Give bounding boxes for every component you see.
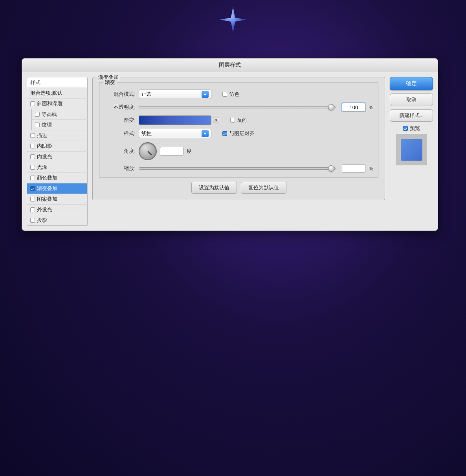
dialog-title-text: 图层样式 [219, 62, 241, 68]
set-default-button[interactable]: 设置为默认值 [191, 182, 237, 194]
angle-row: 角度: 135 度 [104, 142, 373, 160]
svg-marker-1 [220, 7, 246, 33]
preview-swatch [401, 139, 422, 161]
opacity-label: 不透明度: [104, 104, 136, 111]
sidebar-item-gradient-overlay[interactable]: 渐变叠加 [27, 183, 88, 194]
stroke-checkbox[interactable] [30, 133, 35, 138]
sidebar-header: 样式 [27, 77, 88, 88]
blend-mode-value: 正常 [141, 91, 152, 98]
sidebar: 样式 混合选项:默认 斜面和浮雕 等高线 纹理 [27, 77, 88, 226]
scale-unit: % [369, 166, 373, 172]
sidebar-item-outer-glow[interactable]: 外发光 [27, 205, 88, 215]
sparkle-icon [219, 6, 247, 33]
gradient-dropdown-arrow[interactable]: ▼ [213, 117, 219, 123]
scale-slider-track[interactable] [139, 167, 336, 170]
blend-mode-dropdown[interactable]: 正常 [139, 90, 211, 99]
opacity-slider-track[interactable] [139, 106, 336, 108]
sidebar-item-color-overlay[interactable]: 颜色叠加 [27, 173, 88, 183]
angle-label: 角度: [104, 148, 136, 155]
blend-mode-label: 混合模式: [104, 91, 136, 98]
dither-checkbox[interactable] [222, 92, 227, 97]
align-layer-row[interactable]: 与图层对齐 [222, 130, 255, 137]
bevel-checkbox[interactable] [30, 101, 35, 106]
style-row: 样式: 线性 与图层对齐 [104, 129, 373, 138]
opacity-slider-container [139, 106, 336, 108]
opacity-row: 不透明度: 100 % [104, 103, 373, 112]
satin-checkbox[interactable] [30, 165, 35, 170]
sidebar-item-inner-shadow[interactable]: 内阴影 [27, 141, 88, 152]
inner-shadow-checkbox[interactable] [30, 144, 35, 148]
preview-box [396, 134, 427, 165]
sidebar-item-drop-shadow[interactable]: 投影 [27, 215, 88, 226]
sidebar-item-stroke[interactable]: 描边 [27, 130, 88, 141]
scale-row: 缩放: 100 % [104, 164, 373, 173]
sidebar-item-contour[interactable]: 等高线 [31, 109, 88, 120]
gradient-sub-group: 渐变 混合模式: 正常 [99, 82, 378, 178]
right-panel: 确定 取消 新建样式... 预览 [390, 77, 433, 226]
sidebar-item-blend-options[interactable]: 混合选项:默认 [27, 88, 88, 99]
dial-needle [147, 151, 152, 155]
preview-container: 预览 [390, 125, 433, 165]
scale-slider-container [139, 167, 336, 170]
inner-shadow-label: 内阴影 [37, 143, 52, 150]
blend-mode-row: 混合模式: 正常 仿色 [104, 90, 373, 99]
gradient-label: 渐变: [104, 117, 136, 124]
dither-row[interactable]: 仿色 [222, 91, 239, 98]
satin-label: 光泽 [37, 164, 47, 171]
angle-dial-container: 135 度 [139, 142, 192, 160]
color-overlay-checkbox[interactable] [30, 176, 35, 180]
scale-input[interactable]: 100 [342, 164, 365, 173]
main-content: 渐变叠加 渐变 混合模式: 正常 [92, 77, 385, 226]
inner-glow-checkbox[interactable] [30, 154, 35, 159]
bottom-buttons: 设置为默认值 复位为默认值 [99, 182, 378, 194]
align-layer-checkbox[interactable] [222, 131, 227, 136]
gradient-overlay-group: 渐变叠加 渐变 混合模式: 正常 [92, 77, 385, 200]
scale-label: 缩放: [104, 165, 136, 172]
pattern-overlay-label: 图案叠加 [37, 196, 57, 203]
outer-glow-checkbox[interactable] [30, 207, 35, 212]
gradient-row: 渐变: ▼ 反向 [104, 115, 373, 125]
gradient-swatch[interactable] [139, 115, 211, 125]
gradient-swatch-container: ▼ [139, 115, 219, 125]
scale-slider-thumb[interactable] [328, 165, 334, 172]
drop-shadow-checkbox[interactable] [30, 218, 35, 223]
angle-input[interactable]: 135 [160, 147, 183, 156]
contour-checkbox[interactable] [35, 112, 40, 117]
inner-glow-label: 内发光 [37, 153, 52, 160]
cancel-button[interactable]: 取消 [390, 93, 433, 106]
style-dropdown[interactable]: 线性 [139, 129, 211, 138]
bevel-label: 斜面和浮雕 [37, 100, 62, 107]
new-style-button[interactable]: 新建样式... [390, 109, 433, 122]
opacity-slider-thumb[interactable] [328, 104, 334, 110]
preview-label-text: 预览 [410, 125, 420, 132]
gradient-overlay-label: 渐变叠加 [37, 185, 57, 192]
texture-checkbox[interactable] [35, 123, 40, 127]
sidebar-item-satin[interactable]: 光泽 [27, 162, 88, 173]
dialog-title: 图层样式 [22, 59, 438, 72]
reverse-row[interactable]: 反向 [230, 117, 247, 124]
align-layer-label: 与图层对齐 [229, 130, 255, 137]
sidebar-item-inner-glow[interactable]: 内发光 [27, 152, 88, 162]
color-overlay-label: 颜色叠加 [37, 174, 57, 181]
pattern-overlay-checkbox[interactable] [30, 197, 35, 201]
blend-options-label: 混合选项:默认 [30, 90, 62, 97]
sidebar-item-pattern-overlay[interactable]: 图案叠加 [27, 194, 88, 205]
contour-label: 等高线 [42, 111, 57, 118]
reverse-checkbox[interactable] [230, 118, 235, 123]
opacity-unit: % [369, 104, 373, 110]
outer-glow-label: 外发光 [37, 206, 52, 213]
stroke-label: 描边 [37, 132, 47, 139]
drop-shadow-label: 投影 [37, 217, 47, 224]
reset-default-button[interactable]: 复位为默认值 [241, 182, 286, 194]
ok-button[interactable]: 确定 [390, 77, 433, 90]
blend-mode-arrow [202, 91, 209, 98]
sidebar-item-texture[interactable]: 纹理 [31, 120, 88, 130]
opacity-input[interactable]: 100 [342, 103, 365, 112]
angle-dial[interactable] [139, 142, 157, 160]
sidebar-item-bevel[interactable]: 斜面和浮雕 [27, 99, 88, 109]
texture-label: 纹理 [42, 121, 52, 128]
preview-checkbox[interactable] [403, 126, 408, 131]
style-label: 样式: [104, 130, 136, 137]
dither-label: 仿色 [229, 91, 239, 98]
gradient-overlay-checkbox[interactable] [30, 186, 35, 191]
